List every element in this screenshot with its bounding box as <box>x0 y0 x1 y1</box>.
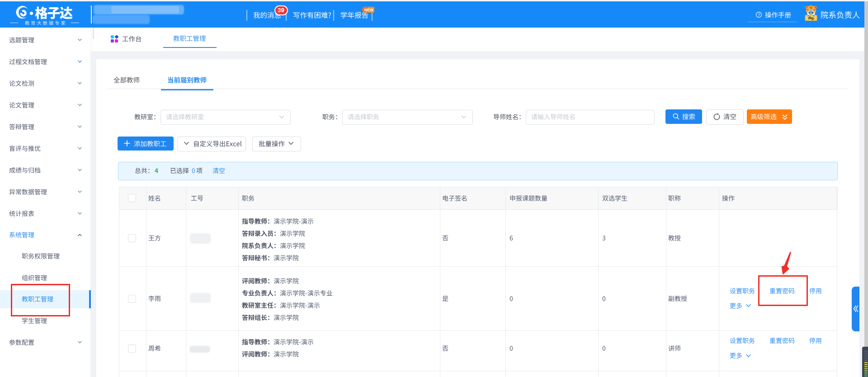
svg-text:NEW: NEW <box>364 8 374 12</box>
svg-text:?: ? <box>758 13 760 17</box>
